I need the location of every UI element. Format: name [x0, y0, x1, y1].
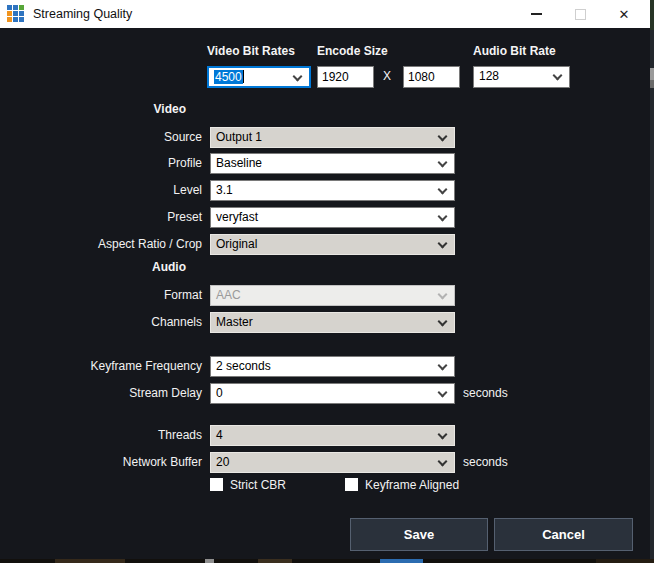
encode-size-header: Encode Size — [317, 44, 388, 58]
chevron-down-icon — [438, 158, 448, 168]
keyframe-frequency-select[interactable]: 2 seconds — [210, 356, 455, 377]
audio-bitrate-select[interactable]: 128 — [473, 66, 570, 88]
field-label: Profile — [0, 153, 202, 174]
form-row-channels: Channels Master — [0, 312, 650, 333]
profile-select[interactable]: Baseline — [210, 153, 455, 174]
chevron-down-icon — [438, 132, 448, 142]
minimize-button[interactable] — [514, 0, 558, 28]
chevron-down-icon — [438, 212, 448, 222]
chevron-down-icon — [438, 185, 448, 195]
chevron-down-icon — [438, 317, 448, 327]
form-row-format: Format AAC — [0, 285, 650, 306]
chevron-down-icon — [438, 388, 448, 398]
video-bitrate-header: Video Bit Rates — [207, 44, 295, 58]
form-row-source: Source Output 1 — [0, 127, 650, 148]
keyframe-aligned-checkbox[interactable]: Keyframe Aligned — [345, 477, 459, 492]
video-bitrate-select[interactable]: 4500 — [207, 66, 311, 88]
form-row-aspect-ratio-crop: Aspect Ratio / Crop Original — [0, 234, 650, 255]
field-label: Network Buffer — [0, 452, 202, 473]
form-row-network-buffer: Network Buffer 20 seconds — [0, 452, 650, 473]
window-title: Streaming Quality — [33, 0, 132, 28]
field-label: Stream Delay — [0, 383, 202, 404]
chevron-down-icon — [293, 72, 303, 82]
close-button[interactable]: ✕ — [602, 0, 646, 28]
checkbox-unchecked-icon — [210, 478, 223, 491]
app-grid-icon — [7, 5, 24, 22]
strict-cbr-checkbox[interactable]: Strict CBR — [210, 477, 286, 492]
form-row-preset: Preset veryfast — [0, 207, 650, 228]
stream-delay-select[interactable]: 0 — [210, 383, 455, 404]
chevron-down-icon — [438, 361, 448, 371]
audio-section-header: Audio — [0, 260, 186, 274]
form-row-profile: Profile Baseline — [0, 153, 650, 174]
field-label: Level — [0, 180, 202, 201]
maximize-icon — [575, 9, 586, 20]
form-row-level: Level 3.1 — [0, 180, 650, 201]
field-label: Channels — [0, 312, 202, 333]
chevron-down-icon — [438, 290, 448, 300]
format-select: AAC — [210, 285, 455, 306]
chevron-down-icon — [438, 457, 448, 467]
video-section-header: Video — [0, 102, 186, 116]
chevron-down-icon — [438, 430, 448, 440]
aspect-ratio-crop-select[interactable]: Original — [210, 234, 455, 255]
level-select[interactable]: 3.1 — [210, 180, 455, 201]
encode-width-input[interactable] — [317, 66, 374, 88]
field-label: Aspect Ratio / Crop — [0, 234, 202, 255]
encode-height-input[interactable] — [403, 66, 460, 88]
form-row-stream-delay: Stream Delay 0 seconds — [0, 383, 650, 404]
save-button[interactable]: Save — [350, 518, 488, 551]
seconds-suffix: seconds — [463, 383, 508, 404]
field-label: Source — [0, 127, 202, 148]
field-label: Format — [0, 285, 202, 306]
form-row-keyframe-frequency: Keyframe Frequency 2 seconds — [0, 356, 650, 377]
streaming-quality-dialog: Streaming Quality ✕ Video Bit Rates Enco… — [0, 0, 650, 559]
selected-text: 4500 — [214, 70, 243, 84]
cancel-button[interactable]: Cancel — [494, 518, 633, 551]
checkbox-unchecked-icon — [345, 478, 358, 491]
field-label: Keyframe Frequency — [0, 356, 202, 377]
form-row-threads: Threads 4 — [0, 425, 650, 446]
maximize-button — [558, 0, 602, 28]
seconds-suffix: seconds — [463, 452, 508, 473]
channels-select[interactable]: Master — [210, 312, 455, 333]
field-label: Preset — [0, 207, 202, 228]
preset-select[interactable]: veryfast — [210, 207, 455, 228]
background-window-sliver-right — [650, 0, 654, 563]
close-icon: ✕ — [619, 8, 630, 21]
background-window-sliver-bottom — [0, 559, 654, 563]
field-label: Threads — [0, 425, 202, 446]
title-bar: Streaming Quality ✕ — [0, 0, 650, 28]
text-caret — [243, 70, 244, 83]
window-controls: ✕ — [514, 0, 646, 28]
screenshot-stage: Streaming Quality ✕ Video Bit Rates Enco… — [0, 0, 654, 563]
threads-select[interactable]: 4 — [210, 425, 455, 446]
encode-size-separator: X — [383, 69, 391, 83]
audio-bitrate-header: Audio Bit Rate — [473, 44, 556, 58]
minimize-icon — [531, 13, 542, 15]
chevron-down-icon — [438, 239, 448, 249]
chevron-down-icon — [553, 71, 563, 81]
network-buffer-select[interactable]: 20 — [210, 452, 455, 473]
source-select[interactable]: Output 1 — [210, 127, 455, 148]
